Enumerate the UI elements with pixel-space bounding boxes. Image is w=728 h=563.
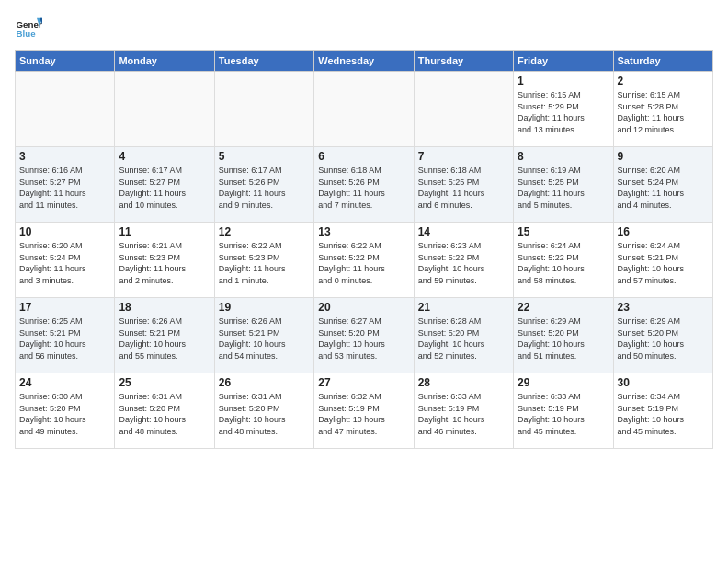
day-info: Sunrise: 6:31 AM Sunset: 5:20 PM Dayligh… [219,391,310,437]
day-cell-16: 16Sunrise: 6:24 AM Sunset: 5:21 PM Dayli… [613,223,712,298]
day-info: Sunrise: 6:16 AM Sunset: 5:27 PM Dayligh… [19,165,110,211]
day-info: Sunrise: 6:25 AM Sunset: 5:21 PM Dayligh… [19,316,110,362]
day-info: Sunrise: 6:28 AM Sunset: 5:20 PM Dayligh… [418,316,509,362]
day-info: Sunrise: 6:24 AM Sunset: 5:21 PM Dayligh… [618,240,709,286]
day-cell-26: 26Sunrise: 6:31 AM Sunset: 5:20 PM Dayli… [214,373,313,449]
day-number: 22 [518,301,609,314]
day-info: Sunrise: 6:29 AM Sunset: 5:20 PM Dayligh… [618,316,709,362]
weekday-header-wednesday: Wednesday [314,51,414,72]
day-cell-1: 1Sunrise: 6:15 AM Sunset: 5:29 PM Daylig… [514,72,613,147]
day-number: 25 [119,376,210,389]
calendar-table: SundayMondayTuesdayWednesdayThursdayFrid… [15,50,713,449]
weekday-header-friday: Friday [514,51,613,72]
day-number: 26 [219,376,310,389]
empty-cell [16,72,115,147]
day-cell-29: 29Sunrise: 6:33 AM Sunset: 5:19 PM Dayli… [514,373,613,449]
day-cell-14: 14Sunrise: 6:23 AM Sunset: 5:22 PM Dayli… [414,223,513,298]
calendar-page: General Blue SundayMondayTuesdayWednesda… [0,0,728,563]
empty-cell [414,72,513,147]
day-info: Sunrise: 6:34 AM Sunset: 5:19 PM Dayligh… [618,391,709,437]
day-cell-8: 8Sunrise: 6:19 AM Sunset: 5:25 PM Daylig… [514,147,613,223]
day-number: 30 [618,376,709,389]
week-row-3: 10Sunrise: 6:20 AM Sunset: 5:24 PM Dayli… [16,223,713,298]
weekday-header-thursday: Thursday [414,51,513,72]
day-number: 9 [618,150,709,163]
day-number: 21 [418,301,509,314]
day-number: 27 [318,376,409,389]
logo: General Blue [15,15,42,42]
day-cell-10: 10Sunrise: 6:20 AM Sunset: 5:24 PM Dayli… [16,223,115,298]
day-cell-12: 12Sunrise: 6:22 AM Sunset: 5:23 PM Dayli… [214,223,313,298]
day-cell-19: 19Sunrise: 6:26 AM Sunset: 5:21 PM Dayli… [214,298,313,373]
weekday-header-row: SundayMondayTuesdayWednesdayThursdayFrid… [16,51,713,72]
day-number: 20 [318,301,409,314]
day-number: 8 [518,150,609,163]
day-number: 10 [19,225,110,238]
logo-icon: General Blue [15,15,42,42]
day-number: 2 [618,75,709,87]
day-cell-4: 4Sunrise: 6:17 AM Sunset: 5:27 PM Daylig… [115,147,214,223]
day-number: 4 [119,150,210,163]
day-number: 28 [418,376,509,389]
header: General Blue [15,15,713,42]
day-cell-23: 23Sunrise: 6:29 AM Sunset: 5:20 PM Dayli… [613,298,712,373]
day-info: Sunrise: 6:33 AM Sunset: 5:19 PM Dayligh… [418,391,509,437]
day-info: Sunrise: 6:18 AM Sunset: 5:25 PM Dayligh… [418,165,509,211]
day-info: Sunrise: 6:32 AM Sunset: 5:19 PM Dayligh… [318,391,409,437]
day-number: 11 [119,225,210,238]
day-number: 1 [518,75,609,87]
day-info: Sunrise: 6:20 AM Sunset: 5:24 PM Dayligh… [19,240,110,286]
svg-text:Blue: Blue [17,29,37,39]
day-number: 23 [618,301,709,314]
day-cell-17: 17Sunrise: 6:25 AM Sunset: 5:21 PM Dayli… [16,298,115,373]
day-cell-13: 13Sunrise: 6:22 AM Sunset: 5:22 PM Dayli… [314,223,414,298]
day-info: Sunrise: 6:17 AM Sunset: 5:27 PM Dayligh… [119,165,210,211]
day-cell-28: 28Sunrise: 6:33 AM Sunset: 5:19 PM Dayli… [414,373,513,449]
weekday-header-tuesday: Tuesday [214,51,313,72]
week-row-2: 3Sunrise: 6:16 AM Sunset: 5:27 PM Daylig… [16,147,713,223]
day-cell-18: 18Sunrise: 6:26 AM Sunset: 5:21 PM Dayli… [115,298,214,373]
weekday-header-saturday: Saturday [613,51,712,72]
day-number: 24 [19,376,110,389]
day-info: Sunrise: 6:18 AM Sunset: 5:26 PM Dayligh… [318,165,409,211]
day-info: Sunrise: 6:33 AM Sunset: 5:19 PM Dayligh… [518,391,609,437]
day-cell-3: 3Sunrise: 6:16 AM Sunset: 5:27 PM Daylig… [16,147,115,223]
empty-cell [314,72,414,147]
day-info: Sunrise: 6:20 AM Sunset: 5:24 PM Dayligh… [618,165,709,211]
day-cell-21: 21Sunrise: 6:28 AM Sunset: 5:20 PM Dayli… [414,298,513,373]
day-number: 14 [418,225,509,238]
day-info: Sunrise: 6:27 AM Sunset: 5:20 PM Dayligh… [318,316,409,362]
day-cell-30: 30Sunrise: 6:34 AM Sunset: 5:19 PM Dayli… [613,373,712,449]
day-cell-20: 20Sunrise: 6:27 AM Sunset: 5:20 PM Dayli… [314,298,414,373]
empty-cell [214,72,313,147]
day-cell-22: 22Sunrise: 6:29 AM Sunset: 5:20 PM Dayli… [514,298,613,373]
day-info: Sunrise: 6:19 AM Sunset: 5:25 PM Dayligh… [518,165,609,211]
day-cell-24: 24Sunrise: 6:30 AM Sunset: 5:20 PM Dayli… [16,373,115,449]
empty-cell [115,72,214,147]
day-info: Sunrise: 6:26 AM Sunset: 5:21 PM Dayligh… [219,316,310,362]
day-number: 7 [418,150,509,163]
week-row-5: 24Sunrise: 6:30 AM Sunset: 5:20 PM Dayli… [16,373,713,449]
day-cell-7: 7Sunrise: 6:18 AM Sunset: 5:25 PM Daylig… [414,147,513,223]
day-cell-5: 5Sunrise: 6:17 AM Sunset: 5:26 PM Daylig… [214,147,313,223]
day-info: Sunrise: 6:15 AM Sunset: 5:28 PM Dayligh… [618,89,709,135]
week-row-4: 17Sunrise: 6:25 AM Sunset: 5:21 PM Dayli… [16,298,713,373]
day-cell-6: 6Sunrise: 6:18 AM Sunset: 5:26 PM Daylig… [314,147,414,223]
day-number: 29 [518,376,609,389]
day-number: 6 [318,150,409,163]
day-info: Sunrise: 6:15 AM Sunset: 5:29 PM Dayligh… [518,89,609,135]
day-info: Sunrise: 6:26 AM Sunset: 5:21 PM Dayligh… [119,316,210,362]
day-cell-11: 11Sunrise: 6:21 AM Sunset: 5:23 PM Dayli… [115,223,214,298]
day-number: 5 [219,150,310,163]
day-info: Sunrise: 6:17 AM Sunset: 5:26 PM Dayligh… [219,165,310,211]
day-cell-9: 9Sunrise: 6:20 AM Sunset: 5:24 PM Daylig… [613,147,712,223]
day-info: Sunrise: 6:21 AM Sunset: 5:23 PM Dayligh… [119,240,210,286]
day-cell-27: 27Sunrise: 6:32 AM Sunset: 5:19 PM Dayli… [314,373,414,449]
day-cell-15: 15Sunrise: 6:24 AM Sunset: 5:22 PM Dayli… [514,223,613,298]
weekday-header-monday: Monday [115,51,214,72]
day-number: 15 [518,225,609,238]
day-number: 3 [19,150,110,163]
day-cell-25: 25Sunrise: 6:31 AM Sunset: 5:20 PM Dayli… [115,373,214,449]
week-row-1: 1Sunrise: 6:15 AM Sunset: 5:29 PM Daylig… [16,72,713,147]
day-number: 17 [19,301,110,314]
